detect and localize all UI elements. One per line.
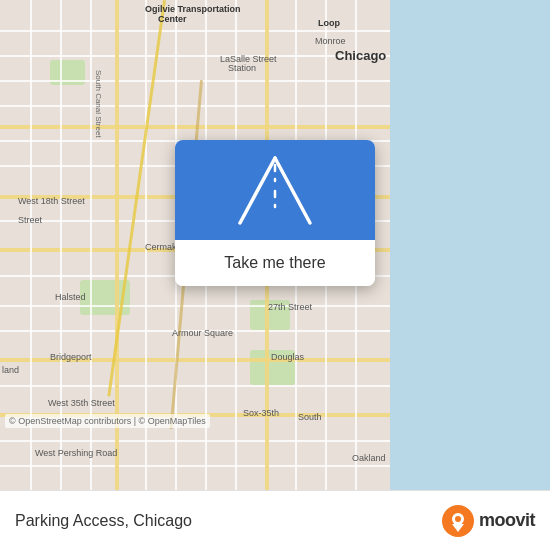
- map-label: land: [2, 365, 19, 375]
- svg-line-0: [240, 158, 275, 223]
- street: [0, 30, 390, 32]
- map-label: South Loomis Street: [0, 128, 2, 200]
- street: [0, 465, 390, 467]
- city-label: Chicago: [335, 48, 386, 63]
- bottom-bar: Parking Access, Chicago moovit: [0, 490, 550, 550]
- map-label: Armour Square: [172, 328, 233, 338]
- moovit-icon: [442, 505, 474, 537]
- map-container: Ogilvie Transportation Center Loop Monro…: [0, 0, 550, 490]
- map-attribution: © OpenStreetMap contributors | © OpenMap…: [5, 414, 210, 428]
- street: [0, 105, 390, 107]
- map-label: Halsted: [55, 292, 86, 302]
- map-label: Loop: [318, 18, 340, 28]
- water-area: [390, 0, 550, 490]
- street: [0, 440, 390, 442]
- svg-marker-5: [452, 524, 464, 532]
- moovit-logo: moovit: [442, 505, 535, 537]
- button-label: Take me there: [224, 254, 325, 272]
- map-label: West 18th Street: [18, 196, 85, 206]
- road-icon: [230, 153, 320, 228]
- map-label: Oakland: [352, 453, 386, 463]
- map-label: Street: [18, 215, 42, 225]
- map-label: Douglas: [271, 352, 304, 362]
- moovit-text: moovit: [479, 510, 535, 531]
- street: [0, 55, 390, 57]
- map-label: Cermak: [145, 242, 177, 252]
- map-label: Station: [228, 63, 256, 73]
- svg-line-1: [275, 158, 310, 223]
- take-me-there-button[interactable]: Take me there: [175, 240, 375, 286]
- location-title: Parking Access, Chicago: [15, 512, 192, 530]
- street: [0, 385, 390, 387]
- card-icon-area: [175, 140, 375, 240]
- moovit-pin-icon: [448, 510, 468, 532]
- map-label: South Canal Street: [94, 70, 103, 138]
- map-label: West Pershing Road: [35, 448, 117, 458]
- map-label: Ogilvie Transportation: [145, 4, 241, 14]
- map-label: 27th Street: [268, 302, 312, 312]
- map-label: West 35th Street: [48, 398, 115, 408]
- navigation-card: Take me there: [175, 140, 375, 286]
- map-label: Monroe: [315, 36, 346, 46]
- street: [0, 80, 390, 82]
- street: [0, 305, 390, 307]
- map-label: South: [298, 412, 322, 422]
- map-label: Sox-35th: [243, 408, 279, 418]
- map-label: Center: [158, 14, 187, 24]
- map-label: Bridgeport: [50, 352, 92, 362]
- svg-point-6: [455, 516, 461, 522]
